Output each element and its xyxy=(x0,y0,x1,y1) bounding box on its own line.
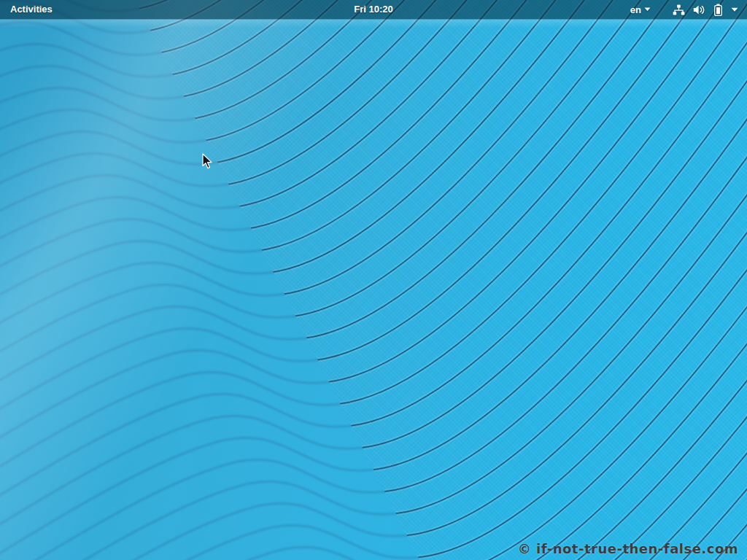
keyboard-layout-menu[interactable]: en xyxy=(626,0,655,19)
chevron-down-icon xyxy=(644,7,651,12)
chevron-down-icon xyxy=(731,7,738,12)
activities-button[interactable]: Activities xyxy=(7,0,55,19)
system-menu[interactable] xyxy=(668,0,743,19)
desktop: Activities Fri 10:20 en xyxy=(0,0,747,560)
top-bar: Activities Fri 10:20 en xyxy=(0,0,747,19)
battery-icon xyxy=(713,4,723,16)
top-bar-status-area: en xyxy=(626,0,743,19)
clock-button[interactable]: Fri 10:20 xyxy=(348,0,398,19)
volume-icon xyxy=(693,4,705,15)
watermark: © if-not-true-then-false.com xyxy=(518,541,738,556)
network-wired-icon xyxy=(673,4,685,15)
keyboard-layout-label: en xyxy=(630,4,641,15)
wallpaper xyxy=(0,0,747,560)
